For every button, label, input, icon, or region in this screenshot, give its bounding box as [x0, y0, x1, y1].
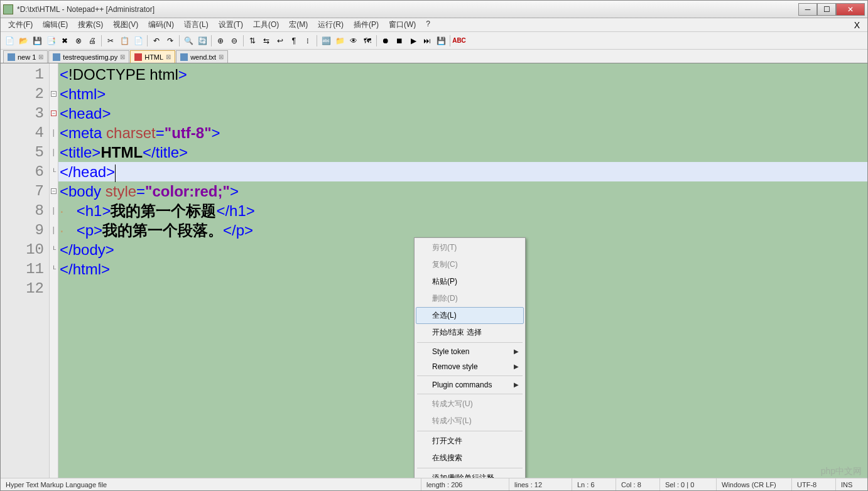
- sync-v-icon[interactable]: ⇅: [246, 35, 259, 47]
- ctx-plugin-commands[interactable]: Plugin commands▶: [416, 377, 524, 392]
- submenu-arrow-icon: ▶: [514, 381, 519, 388]
- save-all-icon[interactable]: 📑: [45, 35, 57, 47]
- folder-icon[interactable]: 📁: [334, 35, 346, 47]
- watermark: php中文网: [821, 466, 862, 477]
- tab-close-icon[interactable]: ⊠: [166, 53, 171, 60]
- cut-icon[interactable]: ✂: [104, 35, 117, 47]
- zoom-in-icon[interactable]: ⊕: [214, 35, 227, 47]
- menu-plugins[interactable]: 插件(P): [349, 18, 384, 31]
- close-button[interactable]: ✕: [836, 3, 865, 16]
- fold-line: └: [50, 240, 58, 259]
- fold-line: └: [50, 162, 58, 181]
- ctx-paste[interactable]: 粘贴(P): [416, 273, 524, 290]
- zoom-out-icon[interactable]: ⊖: [228, 35, 241, 47]
- wrap-icon[interactable]: ↩: [274, 35, 286, 47]
- status-sel: Sel : 0 | 0: [660, 478, 717, 490]
- ctx-remove-style[interactable]: Remove style▶: [416, 359, 524, 374]
- code-line[interactable]: <!DOCTYPE html>: [58, 65, 867, 84]
- doc-close-x[interactable]: X: [849, 20, 865, 30]
- menu-macro[interactable]: 宏(M): [284, 18, 313, 31]
- code-line[interactable]: · <h1>我的第一个标题</h1>: [58, 201, 867, 220]
- ctx-copy: 复制(C): [416, 256, 524, 273]
- fold-mark: [50, 65, 58, 84]
- menu-encoding[interactable]: 编码(N): [143, 18, 179, 31]
- record-icon[interactable]: ⏺: [379, 35, 392, 47]
- file-tab-label: wend.txt: [190, 53, 216, 61]
- status-mode: INS: [836, 478, 867, 490]
- file-tab-icon: [180, 53, 188, 61]
- ctx-style-token[interactable]: Style token▶: [416, 344, 524, 359]
- redo-icon[interactable]: ↷: [164, 35, 176, 47]
- file-tab[interactable]: wend.txt ⊠: [176, 50, 228, 63]
- indent-guide-icon[interactable]: ⫶: [301, 35, 314, 47]
- ctx-select-all[interactable]: 全选(L): [416, 307, 524, 324]
- play-multi-icon[interactable]: ⏭: [421, 35, 433, 47]
- code-line[interactable]: <title>HTML</title>: [58, 143, 867, 162]
- minimize-button[interactable]: ─: [798, 3, 817, 16]
- file-tab[interactable]: new 1 ⊠: [3, 50, 48, 63]
- menu-window[interactable]: 窗口(W): [384, 18, 421, 31]
- titlebar[interactable]: *D:\txt\HTML - Notepad++ [Administrator]…: [1, 1, 867, 18]
- paste-icon[interactable]: 📄: [132, 35, 144, 47]
- doc-map-icon[interactable]: 🗺: [361, 35, 374, 47]
- fold-box-icon[interactable]: −: [50, 84, 58, 104]
- editor-area[interactable]: 1 2 3 4 5 6 7 8 9 10 11 12 − − │ │ └ − │…: [1, 63, 867, 478]
- fold-box-icon[interactable]: −: [50, 104, 58, 123]
- save-macro-icon[interactable]: 💾: [435, 35, 447, 47]
- menu-search[interactable]: 搜索(S): [73, 18, 108, 31]
- menu-run[interactable]: 运行(R): [313, 18, 349, 31]
- code-line[interactable]: <body style="color:red;">: [58, 181, 867, 201]
- file-tab[interactable]: testrequestimg.py ⊠: [48, 50, 129, 63]
- status-encoding: UTF-8: [792, 478, 836, 490]
- tab-close-icon[interactable]: ⊠: [219, 53, 224, 60]
- menu-view[interactable]: 视图(V): [108, 18, 143, 31]
- replace-icon[interactable]: 🔄: [196, 35, 209, 47]
- line-number: 3: [1, 104, 49, 123]
- save-icon[interactable]: 💾: [31, 35, 43, 47]
- code-line[interactable]: <meta charset="utf-8">: [58, 123, 867, 143]
- show-all-icon[interactable]: ¶: [288, 35, 300, 47]
- ctx-label: Style token: [432, 347, 469, 356]
- menu-settings[interactable]: 设置(T): [214, 18, 248, 31]
- ctx-open-file[interactable]: 打开文件: [416, 433, 524, 450]
- lang-icon[interactable]: 🔤: [320, 35, 332, 47]
- find-icon[interactable]: 🔍: [182, 35, 195, 47]
- code-line[interactable]: <html>: [58, 84, 867, 104]
- menu-language[interactable]: 语言(L): [179, 18, 214, 31]
- code-line[interactable]: <head>: [58, 104, 867, 123]
- file-tab-active[interactable]: HTML ⊠: [130, 50, 175, 63]
- spellcheck-icon[interactable]: ABC: [453, 35, 465, 47]
- new-file-icon[interactable]: 📄: [3, 35, 16, 47]
- code-line-current[interactable]: </head>: [58, 162, 867, 181]
- play-icon[interactable]: ▶: [407, 35, 420, 47]
- close-file-icon[interactable]: ✖: [58, 35, 71, 47]
- copy-icon[interactable]: 📋: [118, 35, 131, 47]
- tab-close-icon[interactable]: ⊠: [120, 53, 125, 60]
- tab-close-icon[interactable]: ⊠: [38, 53, 43, 60]
- line-number-gutter: 1 2 3 4 5 6 7 8 9 10 11 12: [1, 63, 50, 478]
- text-cursor: [115, 165, 116, 182]
- sync-h-icon[interactable]: ⇆: [260, 35, 273, 47]
- menu-edit[interactable]: 编辑(E): [38, 18, 73, 31]
- menu-file[interactable]: 文件(F): [3, 18, 38, 31]
- maximize-button[interactable]: ☐: [817, 3, 836, 16]
- window-frame: *D:\txt\HTML - Notepad++ [Administrator]…: [0, 0, 868, 491]
- menu-help[interactable]: ?: [421, 18, 435, 31]
- toolbar-sep: [147, 35, 148, 46]
- monitor-icon[interactable]: 👁: [347, 35, 360, 47]
- menu-tools[interactable]: 工具(O): [248, 18, 284, 31]
- fold-box-icon[interactable]: −: [50, 181, 58, 201]
- ctx-search-online[interactable]: 在线搜索: [416, 450, 524, 467]
- submenu-arrow-icon: ▶: [514, 348, 519, 355]
- print-icon[interactable]: 🖨: [86, 35, 99, 47]
- stop-icon[interactable]: ⏹: [393, 35, 406, 47]
- open-file-icon[interactable]: 📂: [17, 35, 30, 47]
- ctx-separator: [417, 431, 523, 431]
- undo-icon[interactable]: ↶: [150, 35, 163, 47]
- status-length: length : 206: [421, 478, 509, 490]
- menubar: 文件(F) 编辑(E) 搜索(S) 视图(V) 编码(N) 语言(L) 设置(T…: [1, 18, 867, 32]
- close-all-icon[interactable]: ⊗: [72, 35, 85, 47]
- ctx-label: Remove style: [432, 362, 478, 371]
- ctx-begin-end-select[interactable]: 开始/结束 选择: [416, 324, 524, 341]
- ctx-toggle-comment[interactable]: 添加/删除单行注释: [416, 470, 524, 478]
